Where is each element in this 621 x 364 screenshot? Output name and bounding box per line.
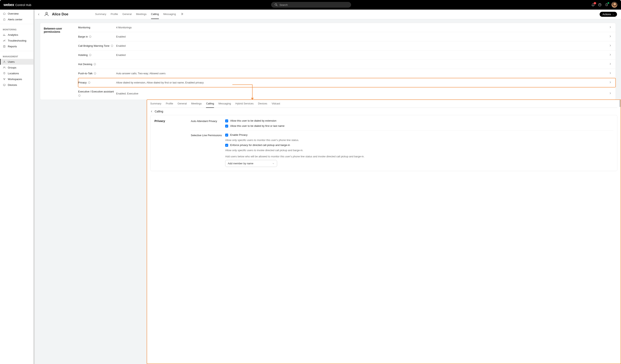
help-icon[interactable] <box>598 3 602 7</box>
tab-calling[interactable]: Calling <box>151 10 159 19</box>
tab-vidcast[interactable]: Vidcast <box>272 100 280 108</box>
sidebar-item-groups[interactable]: Groups <box>0 65 34 70</box>
breadcrumb-label: Calling <box>155 110 163 113</box>
svg-point-6 <box>4 67 5 68</box>
divider <box>191 130 613 131</box>
sidebar-item-reports[interactable]: Reports <box>0 44 34 49</box>
tab-summary[interactable]: Summary <box>150 100 161 108</box>
info-icon[interactable] <box>94 72 96 75</box>
info-icon[interactable] <box>93 63 96 66</box>
sidebar-item-users[interactable]: Users <box>0 59 34 65</box>
tab-general[interactable]: General <box>122 10 132 19</box>
tab-meetings[interactable]: Meetings <box>136 10 147 19</box>
actions-label: Actions <box>603 13 611 16</box>
avatar[interactable] <box>611 2 617 8</box>
privacy-detail-panel: Summary Profile General Meetings Calling… <box>147 99 621 364</box>
row-call-bridging[interactable]: Call Bridging Warning Tone Enabled <box>78 41 616 50</box>
tab-summary[interactable]: Summary <box>95 10 106 19</box>
row-push-to-talk[interactable]: Push-to-Talk Auto answer calls; Two-way;… <box>78 69 616 78</box>
row-label: Hot Desking <box>78 63 92 66</box>
add-member-select[interactable]: Add member by name <box>225 160 277 167</box>
checkbox-enforce-privacy[interactable] <box>225 144 228 147</box>
main-content: Alice Doe Summary Profile General Meetin… <box>35 10 621 364</box>
checkbox-dial-by-extension[interactable] <box>225 119 228 122</box>
checkbox-row: Enable Privacy <box>225 133 613 137</box>
search-input[interactable] <box>279 3 348 6</box>
brand-logo: webex Control Hub <box>4 3 31 7</box>
chevron-left-icon <box>150 110 153 113</box>
row-value: Allow dialed by extension, Allow dialed … <box>116 81 609 84</box>
notification-badge: 1 <box>594 2 596 4</box>
sidebar-item-devices[interactable]: Devices <box>0 82 34 88</box>
detail-scrollbar[interactable] <box>620 100 621 107</box>
tab-devices[interactable]: Devices <box>258 100 267 108</box>
row-privacy[interactable]: Privacy Allow dialed by extension, Allow… <box>78 78 616 87</box>
row-hot-desking[interactable]: Hot Desking <box>78 60 616 69</box>
sidebar-item-overview[interactable]: Overview <box>0 11 34 17</box>
sidebar-item-label: Users <box>8 60 15 63</box>
search-box[interactable] <box>271 2 351 8</box>
tab-profile[interactable]: Profile <box>111 10 118 19</box>
row-label: Hoteling <box>78 53 88 56</box>
row-value: Enabled <box>116 35 609 38</box>
tab-general[interactable]: General <box>177 100 187 108</box>
back-button[interactable] <box>36 12 41 17</box>
breadcrumb[interactable]: Calling <box>150 108 617 115</box>
sidebar-item-locations[interactable]: Locations <box>0 70 34 76</box>
info-icon[interactable] <box>89 35 91 38</box>
clipboard-status-dot <box>607 2 609 4</box>
checkbox-enable-privacy[interactable] <box>225 133 228 137</box>
group-title: Auto Attendant Privacy <box>191 119 223 128</box>
tab-hybrid-services[interactable]: Hybrid Services <box>235 100 254 108</box>
tabs-more-icon[interactable] <box>180 12 183 16</box>
row-label: Executive / Executive assistant <box>78 90 114 93</box>
chevron-down-icon <box>272 162 275 165</box>
tab-messaging[interactable]: Messaging <box>218 100 231 108</box>
sidebar-item-label: Groups <box>8 66 16 69</box>
sidebar-item-label: Overview <box>8 12 18 15</box>
info-icon[interactable] <box>78 94 81 97</box>
help-text: Add users below who will be allowed to m… <box>225 155 613 158</box>
tab-profile[interactable]: Profile <box>166 100 173 108</box>
brand-word2: Control Hub <box>15 3 31 7</box>
tab-meetings[interactable]: Meetings <box>191 100 202 108</box>
sidebar-scrollbar[interactable] <box>33 10 34 364</box>
tab-calling[interactable]: Calling <box>206 100 214 108</box>
user-tabs: Summary Profile General Meetings Calling… <box>95 10 183 19</box>
chevron-right-icon <box>609 72 614 75</box>
sidebar-item-analytics[interactable]: Analytics <box>0 32 34 38</box>
info-icon[interactable] <box>88 81 90 84</box>
checkbox-dial-by-name[interactable] <box>225 125 228 128</box>
info-icon[interactable] <box>89 54 91 56</box>
sidebar-item-troubleshooting[interactable]: Troubleshooting <box>0 38 34 44</box>
group-title: Selective Line Permissions <box>191 133 223 167</box>
row-label: Call Bridging Warning Tone <box>78 44 109 47</box>
row-monitoring[interactable]: Monitoring 4 Monitorings <box>78 23 616 32</box>
checkbox-row: Allow this user to be dialed by extensio… <box>225 119 613 122</box>
row-executive[interactable]: Executive / Executive assistant Enabled;… <box>78 87 616 100</box>
checkbox-row: Allow this user to be dialed by first or… <box>225 124 613 128</box>
sidebar-item-workspaces[interactable]: Workspaces <box>0 76 34 82</box>
row-barge-in[interactable]: Barge in Enabled <box>78 32 616 41</box>
bell-icon[interactable]: 1 <box>591 3 595 7</box>
detail-tabs: Summary Profile General Meetings Calling… <box>150 100 617 108</box>
card-title: Between-user permissions <box>40 23 78 100</box>
tab-messaging[interactable]: Messaging <box>163 10 176 19</box>
sidebar-item-alerts[interactable]: Alerts center <box>0 17 34 22</box>
clipboard-icon[interactable] <box>605 3 609 7</box>
chevron-right-icon <box>609 81 614 84</box>
svg-point-10 <box>4 80 5 80</box>
info-icon[interactable] <box>111 45 113 47</box>
sidebar-item-label: Locations <box>8 72 19 75</box>
sidebar-item-label: Troubleshooting <box>8 39 26 42</box>
svg-point-0 <box>275 4 277 5</box>
topbar-right: 1 <box>591 2 617 8</box>
svg-point-5 <box>3 67 4 68</box>
row-hoteling[interactable]: Hoteling Enabled <box>78 50 616 60</box>
privacy-card: Privacy Auto Attendant Privacy Allow thi… <box>150 115 617 171</box>
sidebar-divider <box>0 51 34 51</box>
sidebar-header-monitoring: MONITORING <box>0 26 34 32</box>
row-value: 4 Monitorings <box>116 26 609 29</box>
actions-button[interactable]: Actions <box>600 12 617 17</box>
sidebar: Overview Alerts center MONITORING Analyt… <box>0 10 35 364</box>
